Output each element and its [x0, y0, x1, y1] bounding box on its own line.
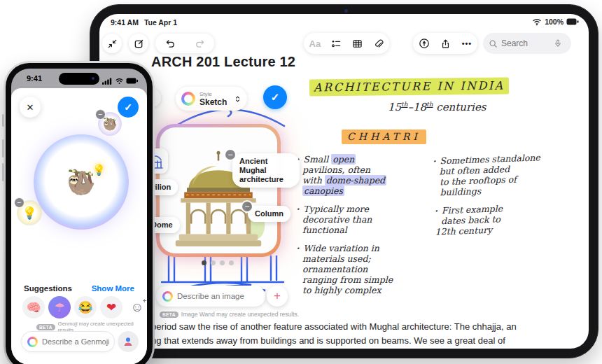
format-toolbar-group: Aa: [304, 33, 389, 54]
camera-dot: [92, 77, 94, 80]
beta-text: Image Wand may create unexpected results…: [181, 311, 299, 318]
search-icon: [489, 39, 498, 48]
describe-image-field[interactable]: [156, 286, 265, 307]
style-text: Style Sketch: [200, 92, 230, 106]
describe-genmoji-field[interactable]: [21, 331, 115, 352]
hero-canvas: 9:41 AM Tue Apr 1 100%: [0, 0, 602, 364]
page-dot[interactable]: [220, 260, 225, 265]
ingredient-lightbulb[interactable]: − 💡: [17, 200, 42, 225]
apple-intelligence-icon: [162, 291, 173, 302]
suggestion-heart[interactable]: ❤: [100, 296, 122, 318]
search-field[interactable]: [483, 33, 571, 54]
attachment-button[interactable]: [373, 38, 384, 49]
sloth-emoji: 🦥: [102, 117, 117, 132]
compose-icon: [134, 38, 144, 49]
page-dot-active[interactable]: [202, 260, 206, 265]
person-icon: [122, 336, 134, 347]
close-icon: ✕: [27, 102, 34, 113]
beta-badge: BETA: [160, 312, 178, 318]
hw-subheading: 15th–18th centuries: [388, 101, 486, 113]
suggestions-label: Suggestions: [24, 284, 72, 293]
check-icon: ✓: [271, 91, 280, 104]
describe-image-input[interactable]: [177, 292, 254, 300]
mute-switch: [2, 114, 4, 127]
iphone-device: 9:41 ✕ ✓ 🦥: [4, 61, 155, 364]
text-format-button[interactable]: Aa: [309, 38, 321, 49]
table-button[interactable]: [352, 38, 363, 49]
hw-bullet: Sometimes standalone but often added to …: [433, 152, 542, 197]
signal-icon: [102, 75, 113, 88]
image-wand-accept-button[interactable]: ✓: [263, 85, 287, 109]
label-ancient-mughal[interactable]: Ancient Mughal architecture: [232, 153, 300, 188]
new-note-button[interactable]: [129, 34, 148, 53]
share-button[interactable]: [440, 38, 451, 49]
remove-ingredient-button[interactable]: −: [95, 109, 106, 120]
lightbulb-emoji: 💡: [22, 206, 36, 220]
hw-bullets-right: Sometimes standalone but often added to …: [433, 152, 543, 244]
plus-icon: +: [143, 298, 146, 304]
volume-up-button: [2, 139, 4, 158]
hw-bullet: Wide variation in materials used; orname…: [296, 243, 393, 295]
generated-image: [160, 127, 277, 253]
plus-icon: +: [274, 289, 281, 303]
hw-bullets-left: Small open pavilions, often with dome-sh…: [296, 154, 393, 303]
ipad-notes-screen: 9:41 AM Tue Apr 1 100%: [99, 14, 589, 349]
ipad-device: 9:41 AM Tue Apr 1 100%: [90, 4, 598, 358]
style-selector[interactable]: Style Sketch: [176, 87, 247, 111]
redo-button[interactable]: [195, 38, 205, 49]
more-button[interactable]: •••: [462, 39, 472, 48]
show-more-link[interactable]: Show More: [92, 284, 134, 293]
iphone-bezel: 9:41 ✕ ✓ 🦥: [6, 63, 153, 364]
dynamic-island: [59, 73, 99, 85]
style-icon: [181, 92, 195, 106]
suggestion-brain[interactable]: 🧠: [22, 296, 45, 318]
hw-bullet: First example dates back to 12th century: [434, 202, 542, 237]
volume-down-button: [2, 163, 4, 181]
chevron-up-down-icon: [234, 94, 241, 104]
beta-badge: BETA: [36, 324, 55, 330]
battery-icon: [126, 75, 139, 88]
tools-toolbar-group: •••: [413, 33, 477, 54]
hw-bullet: Small open pavilions, often with dome-sh…: [296, 154, 393, 196]
label-column[interactable]: Column: [248, 206, 290, 222]
checklist-button[interactable]: [331, 38, 342, 49]
variant-page-dots[interactable]: [202, 260, 234, 265]
suggestion-laughing[interactable]: 😂: [74, 296, 97, 318]
genmoji-close-button[interactable]: ✕: [20, 97, 41, 118]
battery-percent: 100%: [545, 18, 564, 26]
apple-intelligence-icon: [27, 337, 38, 347]
minus-icon: −: [244, 202, 249, 211]
image-wand-beta-note: BETA Image Wand may create unexpected re…: [160, 311, 299, 318]
undo-button[interactable]: [165, 38, 176, 49]
add-image-button[interactable]: +: [267, 286, 288, 307]
genmoji-accept-button[interactable]: ✓: [118, 97, 139, 118]
suggestion-umbrella[interactable]: ☂: [48, 296, 71, 318]
page-dot[interactable]: [229, 260, 234, 265]
check-icon: ✓: [124, 102, 132, 113]
lightbulb-glow: 💡: [92, 164, 106, 176]
person-genmoji-button[interactable]: [118, 331, 139, 352]
new-genmoji-button[interactable]: ☺+: [126, 296, 147, 318]
status-time: 9:41 AM: [111, 18, 139, 27]
collapse-sidebar-button[interactable]: [102, 34, 122, 53]
suggestion-row: 🧠 ☂ 😂 ❤ ☺+: [22, 296, 147, 318]
collapse-icon: [107, 38, 118, 49]
search-input[interactable]: [501, 38, 550, 48]
minus-icon: −: [18, 200, 22, 206]
ipad-camera: [344, 9, 348, 13]
hw-bullet: Typically more decorative than functiona…: [296, 204, 393, 235]
minus-icon: −: [227, 150, 232, 159]
mic-icon[interactable]: [554, 38, 562, 48]
remove-ingredient-button[interactable]: −: [14, 197, 24, 208]
markup-button[interactable]: [419, 38, 430, 49]
describe-genmoji-input[interactable]: [42, 337, 109, 346]
note-title: ARCH 201 Lecture 12: [151, 54, 295, 70]
status-time: 9:41: [27, 74, 42, 83]
remove-label-button[interactable]: −: [224, 148, 237, 161]
page-dot[interactable]: [211, 260, 216, 265]
wifi-icon: [115, 75, 124, 88]
battery-icon: [566, 18, 579, 26]
ingredient-sloth[interactable]: − 🦥: [98, 112, 122, 136]
paragraph-line: s period saw the rise of another feature…: [144, 320, 571, 334]
remove-label-button[interactable]: −: [241, 200, 253, 213]
